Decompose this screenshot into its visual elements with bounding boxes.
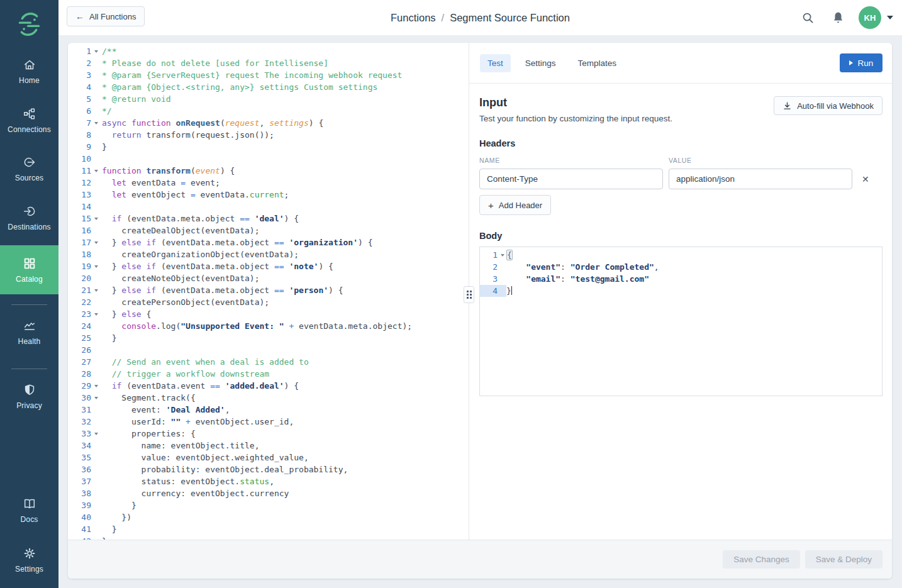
fold-caret-icon[interactable]: [94, 385, 98, 387]
code-line[interactable]: 32 userId: "" + eventObject.user_id,: [68, 416, 469, 428]
code-line[interactable]: 2* Please do not delete [used for Intell…: [68, 57, 469, 69]
code-line[interactable]: 13 let eventObject = eventData.current;: [68, 189, 469, 201]
code-line[interactable]: 4}: [480, 285, 882, 297]
all-functions-button[interactable]: ← All Functions: [67, 6, 145, 26]
tab-templates[interactable]: Templates: [571, 54, 625, 72]
code-line[interactable]: 38 currency: eventObject.currency: [68, 487, 469, 499]
code-line[interactable]: 15 if (eventData.meta.object == 'deal') …: [68, 213, 469, 225]
code-line[interactable]: 26: [68, 344, 469, 356]
fold-caret-icon[interactable]: [94, 241, 98, 244]
code-line[interactable]: 35 value: eventObject.weighted_value,: [68, 452, 469, 463]
code-editor[interactable]: 1/**2* Please do not delete [used for In…: [68, 43, 469, 540]
code-line[interactable]: 24 console.log("Unsupported Event: " + e…: [68, 320, 469, 332]
fold-caret-icon[interactable]: [94, 50, 98, 53]
save-changes-button[interactable]: Save Changes: [723, 550, 800, 569]
sidebar-item-health[interactable]: Health: [0, 319, 58, 346]
line-number: 9: [68, 141, 91, 153]
avatar[interactable]: KH: [859, 6, 881, 29]
code-line[interactable]: 12 let eventData = event;: [68, 177, 469, 189]
code-line[interactable]: 40 }): [68, 511, 469, 523]
tab-settings[interactable]: Settings: [518, 54, 564, 72]
code-line[interactable]: 27 // Send an event when a deal is added…: [68, 356, 469, 368]
code-line[interactable]: 3* @param {ServerRequest} request The in…: [68, 69, 469, 81]
code-line[interactable]: 41 }: [68, 523, 469, 535]
breadcrumb-separator: /: [442, 12, 445, 24]
header-row: ✕: [479, 169, 883, 189]
sidebar-item-catalog[interactable]: Catalog: [0, 245, 58, 294]
code-line[interactable]: 42}: [68, 535, 469, 540]
code-line[interactable]: 16 createDealObject(eventData);: [68, 225, 469, 236]
code-line[interactable]: 18 createOrganizationObject(eventData);: [68, 248, 469, 260]
search-button[interactable]: [797, 7, 818, 28]
code-line[interactable]: 4* @param {Object.<string, any>} setting…: [68, 81, 469, 93]
chevron-down-icon[interactable]: [887, 16, 893, 19]
fold-caret-icon[interactable]: [94, 397, 98, 399]
line-number: 31: [68, 404, 91, 416]
code-line[interactable]: 9}: [68, 141, 469, 153]
code-line[interactable]: 6*/: [68, 105, 469, 117]
code-line[interactable]: 29 if (eventData.event == 'added.deal') …: [68, 380, 469, 392]
sidebar-item-privacy[interactable]: Privacy: [0, 383, 58, 410]
code-line[interactable]: 34 name: eventObject.title,: [68, 440, 469, 452]
code-line[interactable]: 17 } else if (eventData.meta.object == '…: [68, 236, 469, 248]
code-line[interactable]: 25 }: [68, 332, 469, 344]
code-line[interactable]: 31 event: 'Deal Added',: [68, 404, 469, 416]
sidebar-item-docs[interactable]: Docs: [0, 497, 58, 524]
code-line[interactable]: 39 }: [68, 499, 469, 511]
tab-test[interactable]: Test: [480, 54, 511, 72]
code-line[interactable]: 28 // trigger a workflow downstream: [68, 368, 469, 380]
sidebar-item-settings[interactable]: Settings: [0, 546, 58, 574]
code-line[interactable]: 2 "event": "Order Completed",: [480, 261, 882, 273]
fold-caret-icon[interactable]: [94, 218, 98, 220]
run-button[interactable]: Run: [840, 53, 883, 72]
code-line[interactable]: 1{: [480, 249, 882, 261]
code-line[interactable]: 5* @return void: [68, 93, 469, 105]
code-line[interactable]: 7async function onRequest(request, setti…: [68, 117, 469, 129]
line-number: 8: [68, 129, 91, 141]
header-value-input[interactable]: [669, 169, 852, 189]
catalog-icon: [23, 257, 36, 270]
notifications-button[interactable]: [827, 7, 849, 28]
code-line[interactable]: 11function transform(event) {: [68, 165, 469, 177]
line-number: 25: [68, 332, 91, 344]
add-header-button[interactable]: + Add Header: [479, 195, 551, 215]
code-line[interactable]: 10: [68, 153, 469, 165]
fold-caret-icon[interactable]: [94, 289, 98, 292]
line-number: 15: [68, 213, 91, 225]
headers-section-title: Headers: [479, 138, 883, 148]
fold-caret-icon[interactable]: [94, 433, 98, 435]
body-json-editor[interactable]: 1{2 "event": "Order Completed",3 "email"…: [479, 247, 883, 396]
code-line[interactable]: 22 createPersonObject(eventData);: [68, 296, 469, 308]
sidebar-item-sources[interactable]: Sources: [0, 155, 58, 182]
sidebar-item-connections[interactable]: Connections: [0, 107, 58, 134]
pane-resize-handle[interactable]: [464, 286, 474, 303]
code-line[interactable]: 20 createNoteObject(eventData);: [68, 272, 469, 284]
sidebar-item-destinations[interactable]: Destinations: [0, 204, 58, 231]
code-line[interactable]: 37 status: eventObject.status,: [68, 475, 469, 487]
code-line[interactable]: 3 "email": "test@gmail.com": [480, 273, 882, 285]
code-line[interactable]: 8 return transform(request.json());: [68, 129, 469, 141]
save-deploy-button[interactable]: Save & Deploy: [805, 550, 883, 569]
code-line[interactable]: 30 Segment.track({: [68, 392, 469, 404]
health-icon: [23, 319, 36, 333]
autofill-webhook-button[interactable]: Auto-fill via Webhook: [774, 96, 883, 115]
fold-caret-icon[interactable]: [94, 265, 98, 268]
sources-icon: [23, 155, 36, 169]
code-line[interactable]: 23 } else {: [68, 308, 469, 320]
remove-header-icon[interactable]: ✕: [862, 175, 869, 184]
input-section-title: Input: [479, 96, 672, 109]
code-line[interactable]: 1/**: [68, 45, 469, 57]
code-line[interactable]: 14: [68, 201, 469, 213]
code-line[interactable]: 36 probability: eventObject.deal_probabi…: [68, 463, 469, 475]
header-name-input[interactable]: [479, 169, 663, 189]
code-line[interactable]: 19 } else if (eventData.meta.object == '…: [68, 260, 469, 272]
fold-caret-icon[interactable]: [94, 122, 98, 125]
code-line[interactable]: 21 } else if (eventData.meta.object == '…: [68, 284, 469, 296]
code-line[interactable]: 33 properties: {: [68, 428, 469, 440]
panel-tab-bar: Test Settings Templates Run: [469, 43, 892, 84]
back-button-label: All Functions: [89, 12, 136, 21]
sidebar-item-home[interactable]: Home: [0, 58, 58, 85]
fold-caret-icon[interactable]: [501, 254, 504, 257]
fold-caret-icon[interactable]: [94, 313, 98, 316]
fold-caret-icon[interactable]: [94, 170, 98, 172]
